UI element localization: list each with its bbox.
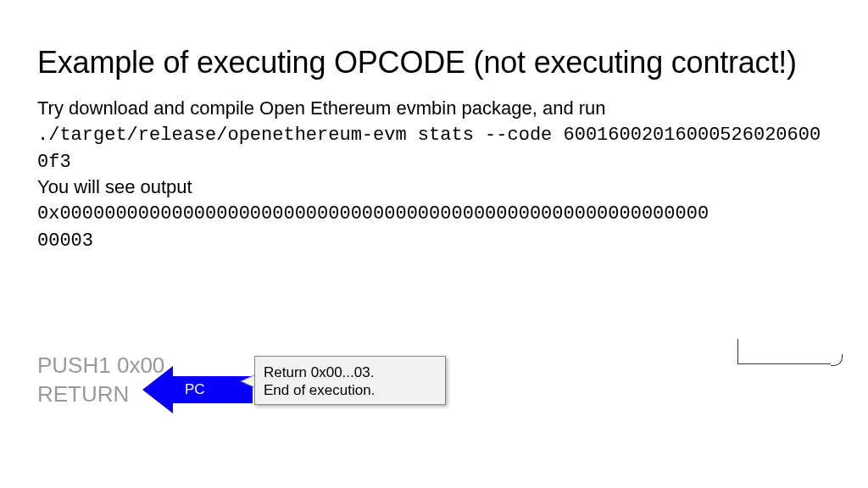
pc-label: PC (185, 381, 205, 398)
callout-line: End of execution. (264, 381, 437, 399)
callout-line: Return 0x00...03. (264, 363, 437, 381)
slide-title: Example of executing OPCODE (not executi… (37, 44, 831, 80)
command-text: ./target/release/openethereum-evm stats … (37, 125, 821, 173)
arrow-head-icon (142, 366, 173, 413)
pc-arrow: PC (142, 366, 253, 413)
intro-text: Try download and compile Open Ethereum e… (37, 97, 606, 119)
phantom-box-icon (737, 339, 831, 364)
body-text: Try download and compile Open Ethereum e… (37, 96, 831, 253)
callout-tail-fill-icon (242, 375, 255, 387)
slide: Example of executing OPCODE (not executi… (0, 0, 868, 488)
phantom-curve-icon (831, 354, 843, 366)
output-label: You will see output (37, 176, 192, 197)
output-line-1: 0x00000000000000000000000000000000000000… (37, 203, 709, 225)
output-line-2: 00003 (37, 230, 93, 252)
callout-box: Return 0x00...03. End of execution. (254, 356, 446, 405)
